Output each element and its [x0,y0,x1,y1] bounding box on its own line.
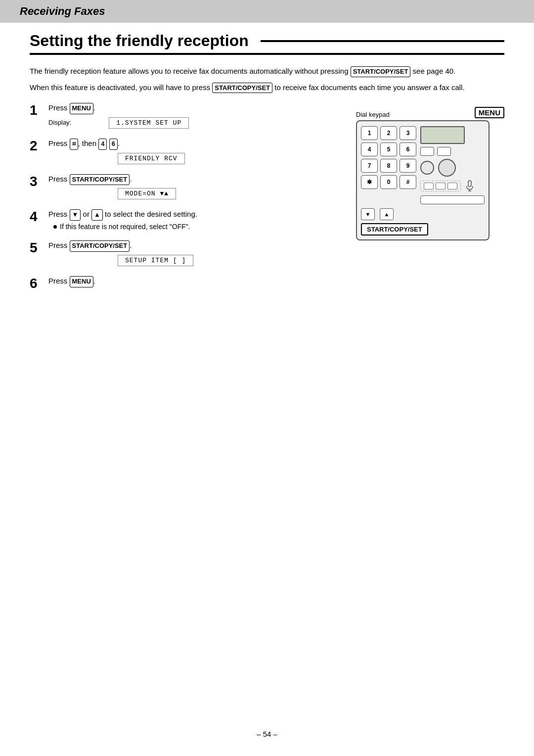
menu-key-s1: MENU [70,103,93,114]
step-5-content: Press START/COPY/SET. SETUP ITEM [ ] [48,239,346,266]
knob-row [420,159,485,177]
display-value-s1: 1.SYSTEM SET UP [109,117,189,129]
step-4: 4 Press ▼ or ▲ to select the desired set… [30,208,346,231]
small-btn-1 [420,147,434,156]
keypad-diagram: Dial keypad MENU 1 2 3 4 5 [356,102,504,300]
step-number-3: 3 [30,174,48,189]
steps-left: 1 Press MENU. Display: 1.SYSTEM SET UP 2 [30,102,346,300]
step-2: 2 Press ⌗, then 4 6. FRIENDLY RCV [30,138,346,164]
tiny-btn-1 [424,183,434,189]
step-5-display-row: SETUP ITEM [ ] [83,254,346,266]
start-copy-set-key-inline: START/COPY/SET [351,66,411,77]
step-4-bullet: If this feature is not required, select … [53,223,346,231]
menu-key-s6: MENU [70,276,93,287]
numeric-keys-area: 1 2 3 4 5 6 7 8 9 ✱ [361,126,416,204]
page-number: – 54 – [0,730,534,738]
step-1-text: Press MENU. [48,102,346,114]
keypad-label-row: Dial keypad MENU [356,107,504,118]
menu-label-keypad: MENU [475,107,504,118]
step-6: 6 Press MENU. [30,275,346,291]
intro-para-1: The friendly reception feature allows yo… [30,66,504,77]
step-6-content: Press MENU. [48,275,346,289]
nav-arrows-row: ▼ ▲ [361,208,485,220]
key-7: 7 [361,159,378,173]
step-2-content: Press ⌗, then 4 6. FRIENDLY RCV [48,138,346,164]
down-arrow-s4: ▼ [70,209,81,221]
up-arrow-s4: ▲ [91,209,103,221]
step-5-text: Press START/COPY/SET. [48,239,346,252]
key-2: 2 [380,126,397,140]
small-knob [420,161,434,175]
key-9: 9 [400,159,416,173]
start-copy-set-s3: START/COPY/SET [70,174,130,186]
long-btn [420,195,485,204]
step-number-5: 5 [30,240,48,256]
key-8: 8 [380,159,397,173]
start-copy-set-label: START/COPY/SET [361,221,485,236]
step-1: 1 Press MENU. Display: 1.SYSTEM SET UP [30,102,346,129]
header-banner: Receiving Faxes [0,0,534,23]
small-btn-2 [437,147,451,156]
key-0: 0 [380,175,397,189]
page-title: Setting the friendly reception [30,32,504,55]
key-hash: # [400,175,416,189]
down-arrow-btn[interactable]: ▼ [361,208,375,220]
step-3-content: Press START/COPY/SET. MODE=ON ▼▲ [48,173,346,200]
key-4: 4 [361,142,378,156]
hash-key-s2: ⌗ [70,139,78,150]
key-6: 6 [400,142,416,156]
key-5: 5 [380,142,397,156]
oval-row [420,180,485,192]
step-3-display-row: MODE=ON ▼▲ [83,187,346,199]
start-copy-set-s5: START/COPY/SET [70,240,130,252]
main-knob [438,159,456,177]
key-1: 1 [361,126,378,140]
step-1-content: Press MENU. Display: 1.SYSTEM SET UP [48,102,346,129]
lcd-screen [420,126,465,144]
display-label-s1: Display: [48,119,71,126]
svg-rect-0 [468,181,471,187]
right-controls [420,126,485,204]
step-number-1: 1 [30,103,48,118]
display-value-s2: FRIENDLY RCV [118,153,185,164]
banner-title: Receiving Faxes [20,5,105,17]
up-arrow-btn[interactable]: ▲ [380,208,394,220]
display-value-s3: MODE=ON ▼▲ [118,188,176,199]
start-copy-set-key-inline2: START/COPY/SET [212,83,272,94]
step-3: 3 Press START/COPY/SET. MODE=ON ▼▲ [30,173,346,200]
main-content: Setting the friendly reception The frien… [0,32,534,300]
bullet-dot [53,225,57,229]
step-number-4: 4 [30,209,48,225]
key-3: 3 [400,126,416,140]
start-copy-set-btn: START/COPY/SET [361,223,428,236]
mic-icon [466,180,474,191]
step-4-text: Press ▼ or ▲ to select the desired setti… [48,208,346,221]
key6-s2: 6 [109,139,118,150]
dial-keypad-label: Dial keypad [356,111,390,118]
step-3-text: Press START/COPY/SET. [48,173,346,186]
step-2-text: Press ⌗, then 4 6. [48,138,346,150]
steps-area: 1 Press MENU. Display: 1.SYSTEM SET UP 2 [30,102,504,300]
intro-para-2: When this feature is deactivated, you wi… [30,82,504,94]
step-number-6: 6 [30,276,48,291]
step-4-content: Press ▼ or ▲ to select the desired setti… [48,208,346,231]
key4-s2: 4 [98,139,107,150]
bottom-controls: ▼ ▲ START/COPY/SET [361,208,485,236]
keypad-outer: 1 2 3 4 5 6 7 8 9 ✱ [356,120,490,240]
small-btns-row [420,147,485,156]
step-1-display-row: Display: 1.SYSTEM SET UP [48,116,346,129]
keypad-inner-layout: 1 2 3 4 5 6 7 8 9 ✱ [361,126,485,204]
step-number-2: 2 [30,139,48,154]
step-5: 5 Press START/COPY/SET. SETUP ITEM [ ] [30,239,346,266]
key-star: ✱ [361,175,378,189]
tiny-btn-2 [436,183,445,189]
display-value-s5: SETUP ITEM [ ] [118,255,193,266]
tiny-btn-3 [447,183,457,189]
step-2-display-row: FRIENDLY RCV [83,152,346,164]
step-6-text: Press MENU. [48,275,346,287]
keypad-grid: 1 2 3 4 5 6 7 8 9 ✱ [361,126,416,189]
mic-icon-area [466,180,474,192]
dashed-row-btns [420,181,461,191]
